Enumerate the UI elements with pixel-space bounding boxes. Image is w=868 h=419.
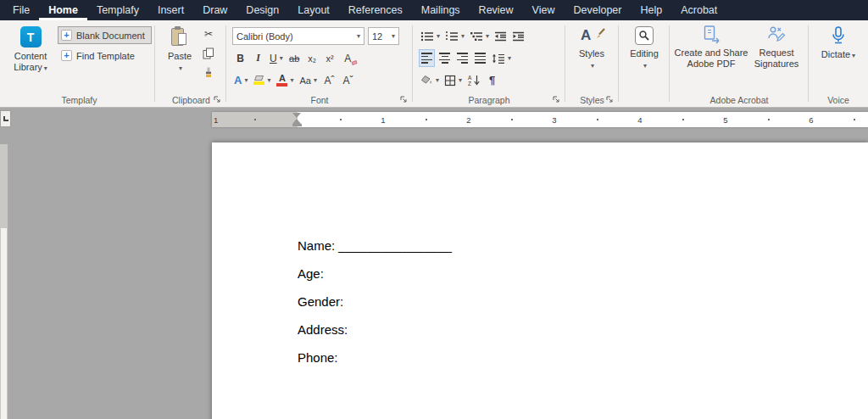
decrease-indent-icon bbox=[494, 31, 507, 42]
ribbon-group-adobe-acrobat: Create and Share Adobe PDF Request Signa… bbox=[672, 20, 806, 107]
paragraph-address[interactable]: Address: bbox=[298, 316, 834, 344]
font-size-combobox[interactable]: 12 ▾ bbox=[368, 27, 399, 45]
vertical-ruler[interactable] bbox=[0, 144, 8, 419]
show-formatting-marks-button[interactable]: ¶ bbox=[484, 71, 500, 89]
chevron-down-icon: ▾ bbox=[314, 77, 317, 84]
plus-icon: + bbox=[61, 30, 72, 41]
ribbon-group-clipboard: Paste▾ ✂ Clipboard bbox=[159, 20, 224, 107]
tab-developer[interactable]: Developer bbox=[564, 0, 631, 20]
tab-view[interactable]: View bbox=[523, 0, 565, 20]
bullets-button[interactable]: ▾ bbox=[419, 27, 442, 45]
tab-home[interactable]: Home bbox=[39, 0, 87, 20]
plus-icon: + bbox=[61, 50, 72, 61]
tab-references[interactable]: References bbox=[339, 0, 412, 20]
tab-file[interactable]: File bbox=[3, 0, 39, 20]
subscript-button[interactable]: x₂ bbox=[304, 49, 320, 67]
align-center-button[interactable] bbox=[437, 49, 453, 67]
chevron-down-icon: ▾ bbox=[436, 77, 439, 84]
document-page[interactable]: Name: ________________ Age: Gender: Addr… bbox=[212, 142, 868, 419]
first-line-indent-marker[interactable] bbox=[292, 113, 301, 118]
numbering-button[interactable]: ▾ bbox=[443, 27, 466, 45]
content-library-button[interactable]: T Content Library▾ bbox=[7, 24, 54, 73]
shading-button[interactable]: ▾ bbox=[419, 71, 441, 89]
align-center-icon bbox=[439, 52, 450, 64]
tab-stop-selector[interactable] bbox=[0, 110, 11, 127]
align-left-button[interactable] bbox=[419, 49, 435, 67]
clear-formatting-button[interactable]: A bbox=[340, 49, 356, 67]
chevron-down-icon: ▾ bbox=[44, 64, 47, 72]
horizontal-ruler[interactable]: 1 1 2 3 4 5 6 bbox=[212, 112, 868, 127]
format-painter-icon bbox=[203, 67, 214, 79]
ruler-number: 4 bbox=[637, 115, 642, 125]
tab-mailings[interactable]: Mailings bbox=[412, 0, 470, 20]
format-painter-button[interactable] bbox=[199, 64, 218, 81]
font-color-button[interactable]: A ▾ bbox=[275, 71, 295, 89]
paragraph-age[interactable]: Age: bbox=[298, 260, 834, 288]
align-right-icon bbox=[457, 52, 468, 64]
underline-button[interactable]: U▾ bbox=[268, 49, 285, 67]
ruler-number: 3 bbox=[552, 115, 556, 125]
editing-button[interactable]: Editing▾ bbox=[626, 24, 663, 70]
superscript-button[interactable]: x² bbox=[322, 49, 338, 67]
paste-button[interactable]: Paste▾ bbox=[162, 24, 198, 73]
tab-templafy[interactable]: Templafy bbox=[87, 0, 148, 20]
strikethrough-button[interactable]: ab bbox=[287, 49, 303, 67]
increase-indent-button[interactable] bbox=[510, 27, 526, 45]
magnifier-icon bbox=[635, 26, 654, 45]
group-separator bbox=[808, 25, 809, 102]
tab-draw[interactable]: Draw bbox=[193, 0, 236, 20]
blank-document-button[interactable]: + Blank Document bbox=[58, 26, 152, 44]
tab-review[interactable]: Review bbox=[470, 0, 523, 20]
clipboard-dialog-launcher[interactable] bbox=[213, 95, 221, 103]
sort-button[interactable]: A Z bbox=[465, 71, 482, 89]
bold-button[interactable]: B bbox=[232, 49, 248, 67]
copy-button[interactable] bbox=[199, 45, 218, 61]
chevron-down-icon: ▾ bbox=[461, 33, 465, 40]
text-effects-button[interactable]: A▾ bbox=[232, 71, 249, 89]
multilevel-list-button[interactable]: ▾ bbox=[468, 27, 491, 45]
line-spacing-button[interactable]: ▾ bbox=[490, 49, 513, 67]
tab-help[interactable]: Help bbox=[631, 0, 671, 20]
find-template-button[interactable]: + Find Template bbox=[58, 47, 152, 64]
styles-dialog-launcher[interactable] bbox=[605, 95, 614, 103]
paragraph-gender[interactable]: Gender: bbox=[298, 288, 834, 316]
group-separator bbox=[154, 25, 155, 102]
change-case-button[interactable]: Aa▾ bbox=[298, 71, 318, 89]
tab-layout[interactable]: Layout bbox=[288, 0, 339, 20]
chevron-down-icon: ▾ bbox=[280, 55, 283, 62]
paragraph-dialog-launcher[interactable] bbox=[552, 95, 560, 103]
svg-text:Z: Z bbox=[468, 81, 471, 87]
chevron-down-icon: ▾ bbox=[486, 33, 489, 40]
paragraph-name[interactable]: Name: ________________ bbox=[298, 232, 834, 260]
ribbon-tab-bar: File Home Templafy Insert Draw Design La… bbox=[0, 0, 868, 20]
ruler-number: 1 bbox=[381, 115, 385, 125]
ribbon-group-styles: A Styles▾ Styles bbox=[568, 20, 616, 107]
copy-icon bbox=[203, 47, 214, 59]
styles-button[interactable]: A Styles▾ bbox=[571, 24, 612, 70]
line-spacing-icon bbox=[492, 53, 505, 64]
tab-acrobat[interactable]: Acrobat bbox=[671, 0, 726, 20]
borders-button[interactable]: ▾ bbox=[442, 71, 464, 89]
dictate-button[interactable]: Dictate▾ bbox=[815, 24, 862, 60]
font-dialog-launcher[interactable] bbox=[399, 95, 408, 103]
decrease-indent-button[interactable] bbox=[492, 27, 509, 45]
ruler-number: 6 bbox=[809, 115, 813, 125]
align-right-button[interactable] bbox=[454, 49, 470, 67]
shrink-font-button[interactable]: Aˇ bbox=[340, 71, 356, 89]
font-name-combobox[interactable]: Calibri (Body) ▾ bbox=[232, 27, 364, 45]
request-signatures-button[interactable]: Request Signatures bbox=[750, 25, 803, 70]
grow-font-button[interactable]: Aˆ bbox=[321, 71, 337, 89]
justify-button[interactable] bbox=[472, 49, 488, 67]
chevron-down-icon: ▾ bbox=[459, 77, 462, 84]
create-share-adobe-pdf-button[interactable]: Create and Share Adobe PDF bbox=[674, 25, 748, 70]
tab-design[interactable]: Design bbox=[236, 0, 288, 20]
text-highlight-button[interactable]: ▾ bbox=[252, 71, 272, 89]
tab-insert[interactable]: Insert bbox=[148, 0, 193, 20]
cut-button[interactable]: ✂ bbox=[199, 25, 218, 42]
chevron-down-icon: ▾ bbox=[852, 52, 855, 59]
left-indent-marker[interactable] bbox=[292, 124, 302, 127]
align-left-icon bbox=[421, 52, 432, 64]
italic-button[interactable]: I bbox=[250, 49, 266, 67]
paragraph-phone[interactable]: Phone: bbox=[298, 344, 834, 372]
group-label-adobe-acrobat: Adobe Acrobat bbox=[672, 95, 806, 105]
